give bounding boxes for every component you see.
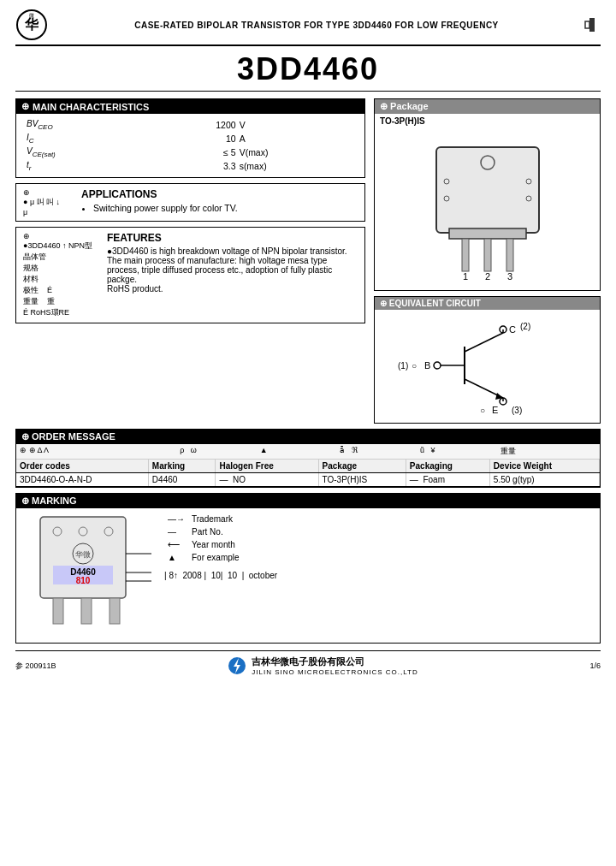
legend-desc-2: Part No. bbox=[188, 525, 243, 538]
page-header: 华 微 CASE-RATED BIPOLAR TRANSISTOR FOR TY… bbox=[15, 9, 601, 46]
marking-content: 华微 D4460 810 —→ Trademark bbox=[16, 508, 600, 643]
main-title: 3DD4460 bbox=[15, 51, 601, 92]
legend-table: —→ Trademark — Part No. ⟵ Year month ▲ F… bbox=[164, 513, 243, 564]
svg-text:(1): (1) bbox=[398, 361, 408, 371]
param-bvceo: BVCEO bbox=[23, 118, 149, 132]
svg-rect-3 bbox=[589, 18, 595, 32]
svg-text:华: 华 bbox=[24, 17, 39, 32]
order-header: ⊕ ORDER MESSAGE bbox=[16, 430, 600, 444]
char-row-3: VCE(sat) ≤ 5 V(max) bbox=[23, 145, 358, 159]
package-label: Package bbox=[390, 101, 429, 111]
col-icon-6: 重量 bbox=[500, 446, 596, 457]
val-bvceo: 1200 bbox=[149, 118, 237, 132]
svg-rect-4 bbox=[585, 21, 589, 28]
header-title: CASE-RATED BIPOLAR TRANSISTOR FOR TYPE 3… bbox=[56, 21, 577, 30]
equiv-circuit-section: ⊕ EQUIVALENT CIRCUIT C (2) E ○ (3) bbox=[374, 296, 601, 424]
order-code-val: 3DD4460-O-A-N-D bbox=[16, 473, 148, 487]
package-diagram: 1 2 3 bbox=[375, 126, 600, 290]
char-label: MAIN CHARACTERISTICS bbox=[33, 102, 149, 112]
halogen-val: — NO bbox=[216, 473, 318, 487]
marking-header: ⊕ MARKING bbox=[16, 494, 600, 508]
svg-text:B: B bbox=[424, 360, 430, 371]
svg-text:○: ○ bbox=[480, 406, 485, 415]
svg-rect-12 bbox=[462, 239, 469, 271]
col-order-codes: Order codes bbox=[16, 460, 148, 473]
package-svg: 1 2 3 bbox=[402, 130, 573, 284]
svg-rect-14 bbox=[506, 239, 513, 271]
col-icon-1: ⊕ ⊕ Δ Λ bbox=[20, 446, 180, 457]
col-icon-4: ẫ ℜ bbox=[340, 446, 420, 457]
features-left: ⊕ ●3DD4460 ↑ NPN型 晶体管 规格 材料 极性 É 重量 重 É … bbox=[23, 232, 100, 318]
val-tr: 3.3 bbox=[149, 159, 237, 173]
svg-text:810: 810 bbox=[76, 576, 91, 585]
order-icon: ⊕ bbox=[21, 431, 29, 442]
order-icons-row: ⊕ ⊕ Δ Λ ρ ω ▲ ẫ ℜ ũ ¥ 重量 bbox=[16, 444, 600, 460]
footer-logo-area: 吉林华微电子股份有限公司 JILIN SINO MICROELECTRONICS… bbox=[228, 655, 418, 676]
package-icon: ⊕ bbox=[380, 101, 388, 111]
legend-arrow-1: —→ bbox=[164, 513, 188, 525]
page-footer: 参 200911B 吉林华微电子股份有限公司 JILIN SINO MICROE… bbox=[15, 650, 601, 676]
marking-label: MARKING bbox=[32, 495, 77, 506]
transistor-icon bbox=[583, 16, 601, 33]
main-characteristics-section: ⊕ MAIN CHARACTERISTICS BVCEO 1200 V IC 1… bbox=[15, 98, 365, 178]
svg-point-25 bbox=[434, 362, 441, 369]
apps-left: ⊕ ● μ 叫 叫 ↓ μ bbox=[23, 188, 74, 216]
features-section: ⊕ ●3DD4460 ↑ NPN型 晶体管 规格 材料 极性 É 重量 重 É … bbox=[15, 227, 365, 323]
footer-date: 参 200911B bbox=[15, 661, 56, 672]
svg-rect-5 bbox=[436, 147, 539, 233]
unit-vcesat: V(max) bbox=[238, 145, 358, 159]
marking-diagram: 华微 D4460 810 bbox=[23, 513, 151, 638]
footer-icon bbox=[228, 656, 246, 675]
svg-rect-47 bbox=[110, 598, 120, 624]
order-table: Order codes Marking Halogen Free Package… bbox=[16, 460, 600, 487]
order-table-container: ⊕ ⊕ Δ Λ ρ ω ▲ ẫ ℜ ũ ¥ 重量 Order codes Mar… bbox=[16, 444, 600, 487]
svg-rect-11 bbox=[449, 228, 526, 239]
svg-rect-45 bbox=[53, 598, 63, 624]
order-message-section: ⊕ ORDER MESSAGE ⊕ ⊕ Δ Λ ρ ω ▲ ẫ ℜ ũ ¥ 重量… bbox=[15, 429, 601, 488]
equiv-label: EQUIVALENT CIRCUIT bbox=[389, 299, 481, 308]
footer-page: 1/6 bbox=[589, 661, 601, 670]
col-icon-5: ũ ¥ bbox=[420, 446, 500, 457]
equiv-svg: C (2) E ○ (3) B ○ (1) bbox=[379, 314, 584, 417]
legend-row-1: —→ Trademark bbox=[164, 513, 243, 525]
marking-section: ⊕ MARKING 华微 D4460 810 bbox=[15, 493, 601, 644]
packaging-val: — Foam bbox=[406, 473, 489, 487]
marking-val: D4460 bbox=[148, 473, 216, 487]
svg-text:E: E bbox=[492, 405, 498, 415]
unit-ic: A bbox=[238, 132, 358, 145]
equiv-icon: ⊕ bbox=[380, 299, 387, 308]
package-header: ⊕ Package bbox=[375, 99, 600, 114]
param-tr: tr bbox=[23, 159, 149, 173]
svg-text:2: 2 bbox=[484, 271, 489, 282]
legend-arrow-2: — bbox=[164, 525, 188, 538]
val-ic: 10 bbox=[149, 132, 237, 145]
apps-title: APPLICATIONS bbox=[81, 188, 358, 200]
company-logo: 华 微 bbox=[15, 9, 48, 41]
svg-text:○: ○ bbox=[412, 361, 417, 371]
package-val: TO-3P(H)IS bbox=[318, 473, 406, 487]
features-text: ●3DD4460 is high breakdown voltage of NP… bbox=[107, 246, 358, 294]
param-ic: IC bbox=[23, 132, 149, 145]
package-type: TO-3P(H)IS bbox=[375, 114, 600, 126]
char-content: BVCEO 1200 V IC 10 A VCE(sat) ≤ 5 V(max) bbox=[16, 114, 364, 177]
marking-icon: ⊕ bbox=[21, 495, 29, 506]
svg-text:(3): (3) bbox=[512, 406, 522, 415]
col-packaging: Packaging bbox=[406, 460, 489, 473]
svg-line-31 bbox=[465, 333, 503, 352]
svg-text:3: 3 bbox=[506, 271, 512, 282]
svg-text:(2): (2) bbox=[520, 322, 530, 331]
col-halogen: Halogen Free bbox=[216, 460, 318, 473]
unit-tr: s(max) bbox=[238, 159, 358, 173]
char-row-4: tr 3.3 s(max) bbox=[23, 159, 358, 173]
applications-section: ⊕ ● μ 叫 叫 ↓ μ APPLICATIONS Switching pow… bbox=[15, 183, 365, 222]
char-row-2: IC 10 A bbox=[23, 132, 358, 145]
legend-arrow-3: ⟵ bbox=[164, 538, 188, 551]
svg-text:1: 1 bbox=[462, 271, 467, 282]
marking-example: | 8↑ 2008 | 10| 10 | october bbox=[164, 571, 593, 580]
order-row-1: 3DD4460-O-A-N-D D4460 — NO TO-3P(H)IS — … bbox=[16, 473, 600, 487]
package-section: ⊕ Package TO-3P(H)IS bbox=[374, 98, 601, 291]
unit-bvceo: V bbox=[238, 118, 358, 132]
legend-arrow-4: ▲ bbox=[164, 551, 188, 564]
col-icon-3: ▲ bbox=[260, 446, 341, 457]
features-title: FEATURES bbox=[107, 232, 358, 244]
